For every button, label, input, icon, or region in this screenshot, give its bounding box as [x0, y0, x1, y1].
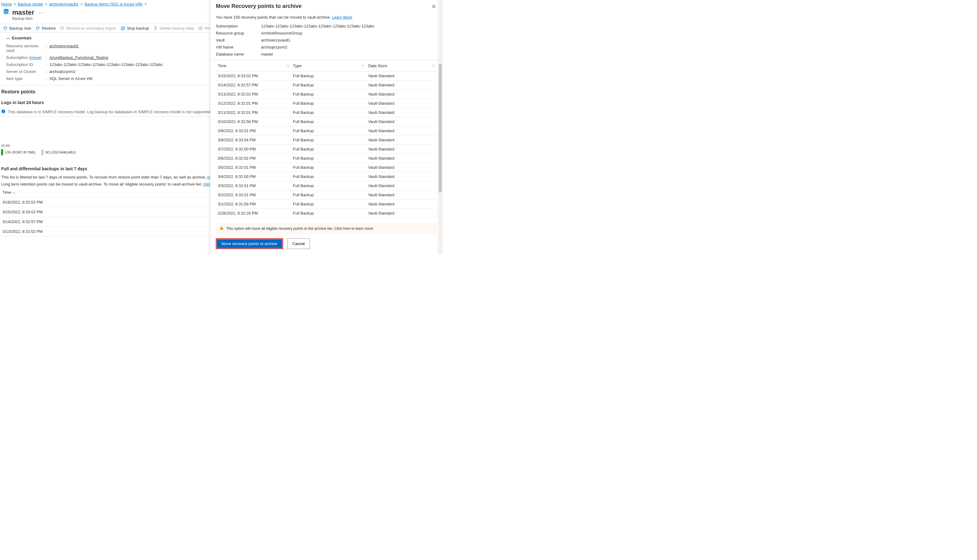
- panel-subtitle: You have 150 recovery points that can be…: [210, 13, 443, 22]
- panel-col-time[interactable]: Time↑↓: [216, 60, 291, 72]
- prop-vm-value: archsqlccyvm2: [261, 45, 287, 50]
- cell-type: Full Backup: [291, 108, 367, 117]
- breadcrumb-vault[interactable]: archiveccyvault1: [49, 2, 78, 7]
- panel-title: Move Recovery points to archive: [216, 3, 302, 10]
- cell-type: Full Backup: [291, 99, 367, 108]
- item-type-value: SQL Server in Azure VM: [50, 76, 92, 81]
- backup-now-button[interactable]: Backup now: [3, 26, 31, 30]
- sub-id-label: Subscription ID: [6, 62, 46, 67]
- warning-text: This option will move all eligible recov…: [226, 227, 373, 231]
- cell-store: Vault-Standard: [366, 190, 437, 200]
- cell-type: Full Backup: [291, 181, 367, 190]
- move-archive-panel: Move Recovery points to archive You have…: [210, 0, 443, 254]
- table-row[interactable]: 3/1/2022, 8:31:59 PMFull BackupVault-Sta…: [216, 200, 437, 209]
- cell-store: Vault-Standard: [366, 80, 437, 90]
- table-row[interactable]: 3/7/2022, 8:32:00 PMFull BackupVault-Sta…: [216, 145, 437, 154]
- table-row[interactable]: 3/4/2022, 8:32:00 PMFull BackupVault-Sta…: [216, 172, 437, 181]
- table-row[interactable]: 3/2/2022, 8:32:01 PMFull BackupVault-Sta…: [216, 190, 437, 200]
- cell-store: Vault-Standard: [366, 126, 437, 135]
- restore-secondary-label: Restore to secondary region: [66, 26, 116, 30]
- cell-type: Full Backup: [291, 135, 367, 145]
- table-row[interactable]: 3/11/2022, 8:32:01 PMFull BackupVault-St…: [216, 108, 437, 117]
- prop-vault-value: archiveccyvault1: [261, 38, 291, 42]
- table-row[interactable]: 3/5/2022, 8:32:01 PMFull BackupVault-Sta…: [216, 163, 437, 172]
- essentials-heading: Essentials: [12, 36, 32, 40]
- cell-time: 3/11/2022, 8:32:01 PM: [216, 108, 291, 117]
- table-row[interactable]: 2/28/2022, 8:32:26 PMFull BackupVault-St…: [216, 209, 437, 218]
- backup-now-label: Backup now: [10, 26, 31, 30]
- sort-icon: ↑↓: [432, 63, 435, 67]
- panel-properties: Subscription123abc-123abc-123abc-123abc-…: [210, 22, 443, 60]
- vault-label: Recovery services vault: [6, 43, 46, 53]
- subscription-label: Subscription (move): [6, 55, 46, 60]
- table-row[interactable]: 3/13/2022, 8:32:02 PMFull BackupVault-St…: [216, 90, 437, 99]
- cell-store: Vault-Standard: [366, 108, 437, 117]
- restore-label: Restore: [42, 26, 56, 30]
- move-subscription-link[interactable]: move: [30, 55, 40, 60]
- prop-rg-value: ArchiveResourceGroup: [261, 31, 302, 35]
- breadcrumb-home[interactable]: Home: [1, 2, 12, 7]
- info-icon: i: [1, 109, 5, 115]
- cell-store: Vault-Standard: [366, 209, 437, 218]
- stop-backup-button[interactable]: Stop backup: [120, 26, 149, 30]
- cell-time: 3/12/2022, 8:32:01 PM: [216, 99, 291, 108]
- restore-button[interactable]: Restore: [35, 26, 56, 30]
- cell-store: Vault-Standard: [366, 117, 437, 126]
- prop-db-label: Database name: [216, 52, 261, 57]
- more-menu-button[interactable]: ⋯: [37, 9, 46, 16]
- learn-more-link[interactable]: Learn More: [332, 15, 352, 20]
- cell-time: 3/1/2022, 8:31:59 PM: [216, 200, 291, 209]
- delete-backup-button: Delete backup data: [153, 26, 194, 30]
- recovery-points-table: Time↑↓ Type↑↓ Data Store↑↓ 3/15/2022, 8:…: [216, 60, 437, 218]
- table-row[interactable]: 3/10/2022, 8:32:58 PMFull BackupVault-St…: [216, 117, 437, 126]
- move-to-archive-button[interactable]: Move recovery points to archive: [217, 239, 282, 248]
- breadcrumb-backup-items[interactable]: Backup Items (SQL in Azure VM): [85, 2, 143, 7]
- primary-button-highlight: Move recovery points to archive: [216, 238, 283, 249]
- chevron-right-icon: >: [80, 2, 83, 7]
- legend-nolog-label: NO LOGS AVAILABLE: [45, 151, 76, 154]
- cell-type: Full Backup: [291, 72, 367, 80]
- svg-line-3: [122, 27, 124, 30]
- table-row[interactable]: 3/9/2022, 8:32:01 PMFull BackupVault-Sta…: [216, 126, 437, 135]
- close-panel-button[interactable]: [431, 3, 437, 11]
- cell-store: Vault-Standard: [366, 154, 437, 163]
- svg-text:i: i: [3, 110, 4, 113]
- cell-type: Full Backup: [291, 172, 367, 181]
- cell-store: Vault-Standard: [366, 72, 437, 80]
- cell-store: Vault-Standard: [366, 163, 437, 172]
- table-row[interactable]: 3/3/2022, 8:32:01 PMFull BackupVault-Sta…: [216, 181, 437, 190]
- sql-icon: [2, 8, 10, 17]
- panel-col-store[interactable]: Data Store↑↓: [366, 60, 437, 72]
- page-title: master: [12, 8, 34, 17]
- table-row[interactable]: 3/15/2022, 8:33:02 PMFull BackupVault-St…: [216, 72, 437, 80]
- cell-store: Vault-Standard: [366, 145, 437, 154]
- prop-subscription-label: Subscription: [216, 24, 261, 28]
- cell-time: 3/5/2022, 8:32:01 PM: [216, 163, 291, 172]
- breadcrumb-backup-center[interactable]: Backup center: [18, 2, 43, 7]
- subscription-link[interactable]: AzureBackup_Functional_Testing: [50, 55, 109, 60]
- cancel-button[interactable]: Cancel: [287, 238, 310, 249]
- cell-type: Full Backup: [291, 80, 367, 90]
- cell-type: Full Backup: [291, 163, 367, 172]
- cell-store: Vault-Standard: [366, 135, 437, 145]
- vault-link[interactable]: archiveccyvault1: [50, 43, 79, 53]
- warning-banner: This option will move all eligible recov…: [216, 223, 437, 234]
- sort-icon: ↑↓: [286, 63, 289, 67]
- table-row[interactable]: 3/8/2022, 8:33:04 PMFull BackupVault-Sta…: [216, 135, 437, 145]
- table-row[interactable]: 3/12/2022, 8:32:01 PMFull BackupVault-St…: [216, 99, 437, 108]
- table-row[interactable]: 3/6/2022, 8:32:02 PMFull BackupVault-Sta…: [216, 154, 437, 163]
- stop-backup-label: Stop backup: [127, 26, 149, 30]
- cell-time: 3/6/2022, 8:32:02 PM: [216, 154, 291, 163]
- prop-vm-label: VM Name: [216, 45, 261, 50]
- prop-vault-label: Vault: [216, 38, 261, 42]
- svg-rect-7: [221, 227, 222, 228]
- prop-subscription-value: 123abc-123abc-123abc-123abc-123abc-123ab…: [261, 24, 375, 28]
- panel-col-type[interactable]: Type↑↓: [291, 60, 367, 72]
- prop-db-value: master: [261, 52, 273, 57]
- table-row[interactable]: 3/14/2022, 8:32:57 PMFull BackupVault-St…: [216, 80, 437, 90]
- server-value: archsqlccyvm2: [50, 69, 76, 74]
- cell-store: Vault-Standard: [366, 172, 437, 181]
- delete-backup-label: Delete backup data: [160, 26, 194, 30]
- chevron-right-icon: >: [144, 2, 147, 7]
- chevron-right-icon: >: [45, 2, 47, 7]
